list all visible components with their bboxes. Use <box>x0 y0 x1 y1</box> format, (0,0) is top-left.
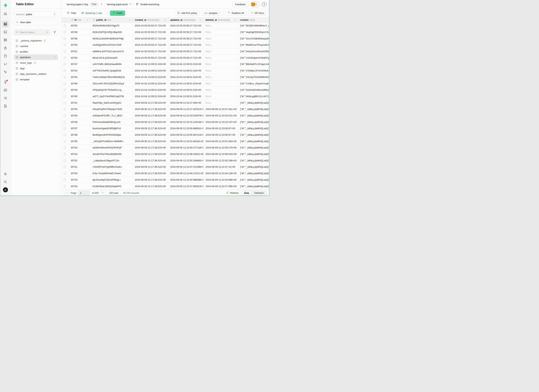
row-checkbox[interactable] <box>63 172 66 175</box>
cell-public_id[interactable]: bzwXazHgax6UIR58j6Fn3 <box>91 125 133 132</box>
cell-updated_at[interactable]: 2024-09-09 12:23:08.668542+00 <box>168 125 204 132</box>
cell-deleted_at[interactable]: NULL <box>204 93 238 100</box>
next-page-button[interactable] <box>100 191 105 195</box>
cell-deleted_at[interactable]: 2024-09-09 12:23:08.67+00 <box>204 125 238 132</box>
cell-content[interactable]: {"id":"S1vrVC5BrB59wqcM4 <box>238 35 270 42</box>
column-header-deleted_at[interactable]: deleted_attimestamptz <box>204 18 238 22</box>
row-checkbox[interactable] <box>63 146 66 149</box>
cell-public_id[interactable]: FHHUioa3bidd00BHyLeZt <box>91 119 133 125</box>
cell-content[interactable]: {"id":"1VASb3phnXXkQPCpv <box>238 55 270 61</box>
cell-id[interactable]: 30732 <box>69 157 91 164</box>
cell-content[interactable]: {"id":"_Id9aLyJpMHQLaiQC <box>238 164 270 170</box>
cell-id[interactable]: 30748 <box>69 35 91 42</box>
cell-created_at[interactable]: 2024-10-04 13:09:01.519+00 <box>133 80 168 87</box>
chevron-down-icon[interactable] <box>234 19 236 21</box>
cell-deleted_at[interactable]: NULL <box>204 74 238 80</box>
cell-deleted_at[interactable]: NULL <box>204 80 238 87</box>
column-header-created_at[interactable]: created_attimestamptz <box>133 18 168 22</box>
row-checkbox[interactable] <box>63 37 66 40</box>
cell-content[interactable]: {"id":"_Id9aLyJpMHQLaiQC <box>238 157 270 164</box>
cell-id[interactable]: 30735 <box>69 138 91 144</box>
cell-id[interactable]: 30739 <box>69 113 91 119</box>
cell-content[interactable]: {"id":"_Id9aLyJpMHQLaiQC <box>238 132 270 138</box>
cell-created_at[interactable]: 2024-10-04 13:09:01.519+00 <box>133 87 168 93</box>
row-checkbox[interactable] <box>63 69 66 72</box>
column-header-public_id[interactable]: public_idtext <box>91 18 133 22</box>
cell-content[interactable]: {"id":"_Id9aLyJpMHQLaiQC <box>238 100 270 106</box>
cell-created_at[interactable]: 2024-09-09 12:17:36.515+00 <box>133 138 168 144</box>
cell-public_id[interactable]: rYbORF2e4YgDt9fKAXaKn <box>91 164 133 170</box>
cell-updated_at[interactable]: 2024-10-05 00:55:27.722+00 <box>168 35 204 42</box>
row-checkbox[interactable] <box>63 76 66 78</box>
cell-updated_at[interactable]: 2024-09-09 12:23:27.437814+00 <box>168 106 204 112</box>
add-rls-policy-button[interactable]: Add RLS policy <box>175 10 199 16</box>
cell-id[interactable]: 30746 <box>69 80 91 87</box>
cell-public_id[interactable]: YwEmuWdqT38XoSB048QYp <box>91 74 133 80</box>
cell-id[interactable]: 30737 <box>69 125 91 132</box>
row-checkbox[interactable] <box>63 153 66 155</box>
cell-created_at[interactable]: 2024-09-09 12:17:36.515+00 <box>133 125 168 132</box>
cell-public_id[interactable]: XPQwDIqY6Y75SwDnU-qr_ <box>91 87 133 93</box>
sidebar-item-api-docs[interactable] <box>2 103 9 109</box>
row-checkbox[interactable] <box>63 82 66 85</box>
row-checkbox[interactable] <box>63 31 66 33</box>
cell-updated_at[interactable]: 2024-10-04 13:09:01.519+00 <box>168 67 204 74</box>
cell-created_at[interactable]: 2024-09-09 12:17:36.515+00 <box>133 164 168 170</box>
chevron-down-icon[interactable] <box>87 19 89 21</box>
api-docs-button[interactable]: API Docs <box>248 10 267 16</box>
cell-created_at[interactable]: 2024-09-09 12:17:36.515+00 <box>133 170 168 177</box>
cell-public_id[interactable]: 8yUKotr9qGYjK2eFRhgLv <box>91 177 133 183</box>
cell-content[interactable]: {"id":"_Id9aLyJpMHQLaiQC <box>238 144 270 151</box>
cell-updated_at[interactable]: 2024-10-04 13:09:01.519+00 <box>168 80 204 87</box>
cell-created_at[interactable]: 2024-09-09 12:17:36.515+00 <box>133 151 168 157</box>
cell-deleted_at[interactable]: 2024-09-09 12:22:56.033+00 <box>204 151 238 157</box>
cell-public_id[interactable]: H5uqFKpRUTPkjxdysT3HS <box>91 106 133 112</box>
help-button[interactable]: ? <box>262 2 267 7</box>
cell-updated_at[interactable]: 2024-10-05 00:55:27.722+00 <box>168 55 204 61</box>
column-header-content[interactable]: contentjsonb <box>238 18 270 22</box>
tab-definition[interactable]: Definition <box>252 191 267 195</box>
chevron-updown-icon[interactable] <box>129 3 132 6</box>
cell-id[interactable]: 30729 <box>69 177 91 183</box>
cell-content[interactable]: {"id":"3-O8cn_xPgs0cVxqKE <box>238 80 270 87</box>
cell-created_at[interactable]: 2024-09-09 12:17:36.515+00 <box>133 119 168 125</box>
cell-deleted_at[interactable]: 2024-09-09 12:22:44.138+00 <box>204 170 238 177</box>
cell-public_id[interactable]: nbMhHL3AP7OcCJymc2wT2 <box>91 48 133 55</box>
cell-deleted_at[interactable]: NULL <box>204 35 238 42</box>
cell-created_at[interactable]: 2024-10-05 00:55:27.722+00 <box>133 42 168 48</box>
cell-deleted_at[interactable]: NULL <box>204 29 238 35</box>
supabase-logo-icon[interactable] <box>2 2 9 9</box>
cell-deleted_at[interactable]: 2024-09-09 12:22:47.22+00 <box>204 164 238 170</box>
chevron-down-icon[interactable] <box>129 19 131 21</box>
row-checkbox[interactable] <box>63 63 66 66</box>
cell-content[interactable]: {"id":"_Id9aLyJpMHQLaiQC <box>238 183 270 189</box>
row-checkbox[interactable] <box>63 108 66 110</box>
cell-public_id[interactable]: NhXEo1Xw04FnB4RzWTNjb <box>91 35 133 42</box>
sidebar-item-search[interactable] <box>2 179 9 185</box>
row-checkbox[interactable] <box>63 165 66 168</box>
cell-content[interactable]: {"id":"_Id9aLyJpMHQLaiQC <box>238 106 270 112</box>
cell-deleted_at[interactable]: NULL <box>204 55 238 61</box>
prev-page-button[interactable] <box>64 191 69 195</box>
cell-deleted_at[interactable]: 2024-09-09 12:23:19.021+00 <box>204 113 238 119</box>
cell-deleted_at[interactable]: 2024-09-09 12:23:15.237+00 <box>204 119 238 125</box>
cell-created_at[interactable]: 2024-10-05 00:55:27.722+00 <box>133 29 168 35</box>
sidebar-item-table-tags_questions_relation[interactable]: tags_questions_relation <box>14 71 58 77</box>
cell-public_id[interactable]: 8KraI-tSI-6-pSZcknaK5 <box>91 55 133 61</box>
cell-deleted_at[interactable]: NULL <box>204 42 238 48</box>
row-checkbox[interactable] <box>63 140 66 143</box>
cell-updated_at[interactable]: 2024-09-09 12:22:50.294983+00 <box>168 157 204 164</box>
cell-public_id[interactable]: ZDCunRYJP2CQ5Z8Po2Gy4 <box>91 80 133 87</box>
new-table-button[interactable]: New table <box>14 19 58 25</box>
chevron-down-icon[interactable] <box>199 19 202 21</box>
cell-content[interactable]: {"id":"_Id9aLyJpMHQLaiQC <box>238 113 270 119</box>
cell-created_at[interactable]: 2024-10-04 13:09:01.519+00 <box>133 74 168 80</box>
sidebar-item-table-tags[interactable]: tags <box>14 66 58 71</box>
cell-id[interactable]: 30742 <box>69 67 91 74</box>
cell-id[interactable]: 30733 <box>69 151 91 157</box>
tab-data[interactable]: Data <box>241 191 252 195</box>
cell-public_id[interactable]: _La6pddxcKJIbgufATJ1n <box>91 157 133 164</box>
cell-updated_at[interactable]: 2024-09-09 12:23:19.020076+00 <box>168 113 204 119</box>
cell-content[interactable]: {"id":"_Id9aLyJpMHQLaiQC <box>238 177 270 183</box>
cell-deleted_at[interactable]: 2024-09-09 12:22:37.958+00 <box>204 183 238 189</box>
